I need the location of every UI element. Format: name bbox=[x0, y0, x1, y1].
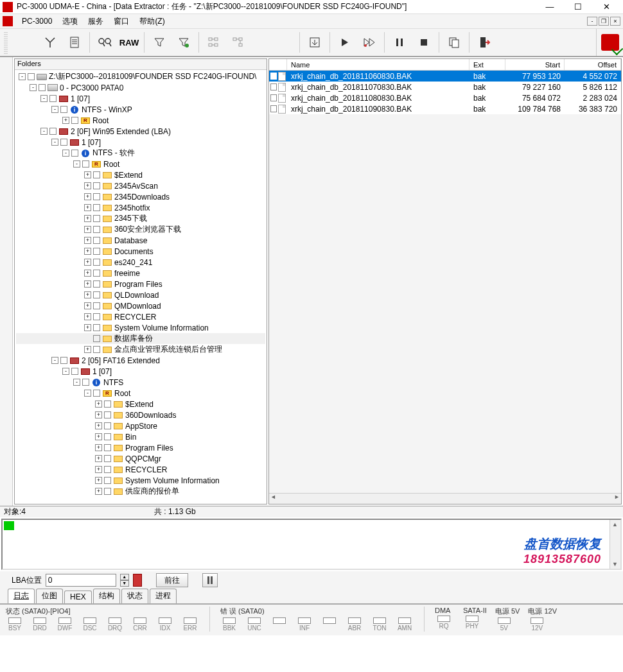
tree-expander[interactable]: - bbox=[19, 73, 26, 80]
tree-checkbox[interactable] bbox=[39, 84, 46, 91]
file-row[interactable]: xrkj_chain_db_201811070830.BAKbak79 227 … bbox=[269, 82, 621, 92]
tree-checkbox[interactable] bbox=[93, 226, 100, 233]
tab-process[interactable]: 进程 bbox=[150, 589, 177, 603]
tree-node[interactable]: +Documents bbox=[16, 246, 265, 257]
tree-node[interactable]: +2345Downloads bbox=[16, 191, 265, 202]
tree-checkbox[interactable] bbox=[28, 73, 35, 80]
tree-checkbox[interactable] bbox=[104, 444, 111, 451]
tree-expander[interactable]: + bbox=[84, 346, 91, 353]
tree-checkbox[interactable] bbox=[49, 95, 57, 102]
col-checkbox[interactable] bbox=[269, 59, 287, 70]
col-name[interactable]: Name bbox=[287, 59, 469, 70]
tree-node[interactable]: -1 [07] bbox=[16, 93, 265, 104]
tree-node[interactable]: +Database bbox=[16, 235, 265, 246]
mdi-close[interactable]: × bbox=[610, 17, 620, 26]
menu-service[interactable]: 服务 bbox=[83, 15, 109, 28]
tree-expander[interactable]: + bbox=[84, 193, 91, 200]
mdi-minimize[interactable]: - bbox=[587, 17, 597, 26]
pause-button[interactable] bbox=[388, 31, 411, 54]
tree-expander[interactable]: + bbox=[84, 226, 91, 233]
menu-help[interactable]: 帮助(Z) bbox=[134, 15, 170, 28]
tree1-button[interactable] bbox=[202, 31, 225, 54]
file-checkbox[interactable] bbox=[270, 105, 277, 112]
tree-expander[interactable]: + bbox=[95, 422, 102, 429]
tree-checkbox[interactable] bbox=[93, 248, 100, 255]
tree-checkbox[interactable] bbox=[104, 401, 111, 408]
tree-expander[interactable]: + bbox=[95, 401, 102, 408]
tree-node[interactable]: -iNTFS - WinXP bbox=[16, 104, 265, 115]
filelist-body[interactable]: xrkj_chain_db_201811060830.BAKbak77 953 … bbox=[269, 71, 621, 493]
tree-checkbox[interactable] bbox=[93, 215, 100, 222]
tree-node[interactable]: -0 - PC3000 PATA0 bbox=[16, 82, 265, 93]
stop-button[interactable] bbox=[412, 31, 435, 54]
tree-checkbox[interactable] bbox=[93, 204, 100, 211]
tree-node[interactable]: +AppStore bbox=[16, 420, 265, 431]
tree-expander[interactable]: + bbox=[95, 433, 102, 440]
tree-checkbox[interactable] bbox=[104, 433, 111, 440]
tree-checkbox[interactable] bbox=[82, 160, 89, 168]
tree-checkbox[interactable] bbox=[104, 466, 111, 473]
tree-expander[interactable]: + bbox=[84, 302, 91, 309]
search-button[interactable] bbox=[93, 31, 116, 54]
tree-expander[interactable]: + bbox=[84, 237, 91, 244]
tree-checkbox[interactable] bbox=[104, 411, 111, 418]
tree-checkbox[interactable] bbox=[49, 128, 57, 135]
tree-checkbox[interactable] bbox=[60, 357, 67, 364]
tree-node[interactable]: +QQPCMgr bbox=[16, 453, 265, 464]
col-start[interactable]: Start bbox=[505, 59, 565, 70]
menu-options[interactable]: 选项 bbox=[57, 15, 83, 28]
tree-expander[interactable]: + bbox=[84, 182, 91, 189]
tree-checkbox[interactable] bbox=[93, 280, 100, 288]
doc-button[interactable] bbox=[63, 31, 86, 54]
filelist-hscroll[interactable] bbox=[269, 493, 621, 504]
mdi-restore[interactable]: ❐ bbox=[599, 17, 609, 26]
tree-node[interactable]: +360Downloads bbox=[16, 409, 265, 420]
tree-node[interactable]: +$Extend bbox=[16, 169, 265, 180]
folder-tree[interactable]: -Z:\新PC3000--20181009\FOUNDER SSD FC240G… bbox=[15, 70, 267, 504]
skip-button[interactable] bbox=[358, 31, 381, 54]
close-button[interactable]: ✕ bbox=[592, 0, 620, 14]
tree-checkbox[interactable] bbox=[93, 171, 100, 178]
tree-expander[interactable]: + bbox=[84, 313, 91, 320]
menu-pc3000[interactable]: PC-3000 bbox=[17, 15, 57, 27]
exit-button[interactable] bbox=[473, 31, 496, 54]
tree-checkbox[interactable] bbox=[60, 139, 67, 146]
copy-button[interactable] bbox=[443, 31, 466, 54]
tree-checkbox[interactable] bbox=[71, 368, 78, 375]
play-button[interactable] bbox=[333, 31, 356, 54]
tree-node[interactable]: -iNTFS - 软件 bbox=[16, 148, 265, 159]
tree-checkbox[interactable] bbox=[93, 335, 100, 342]
tree-expander[interactable]: + bbox=[84, 204, 91, 211]
tree-node[interactable]: 数据库备份 bbox=[16, 333, 265, 344]
tab-log[interactable]: 日志 bbox=[8, 589, 35, 603]
tree-node[interactable]: +QLDownload bbox=[16, 289, 265, 300]
tree-expander[interactable]: - bbox=[30, 84, 37, 91]
tree-expander[interactable]: - bbox=[40, 128, 48, 135]
tree-node[interactable]: +2345hotfix bbox=[16, 202, 265, 213]
tree-node[interactable]: +Program Files bbox=[16, 442, 265, 453]
lba-marker-icon[interactable] bbox=[133, 574, 142, 587]
tree-expander[interactable]: + bbox=[84, 270, 91, 277]
tree-node[interactable]: +Bin bbox=[16, 431, 265, 442]
tree-expander[interactable]: + bbox=[84, 215, 91, 222]
progress-scrollbar[interactable] bbox=[610, 520, 620, 569]
maximize-button[interactable]: ☐ bbox=[564, 0, 592, 14]
tree-node[interactable]: +2345AvScan bbox=[16, 180, 265, 191]
tree-expander[interactable]: - bbox=[51, 139, 58, 146]
file-checkbox[interactable] bbox=[270, 83, 277, 90]
export-button[interactable] bbox=[303, 31, 326, 54]
tree-node[interactable]: +RECYCLER bbox=[16, 464, 265, 475]
tree-checkbox[interactable] bbox=[104, 477, 111, 484]
tree-checkbox[interactable] bbox=[71, 150, 78, 157]
tree-expander[interactable]: + bbox=[84, 248, 91, 255]
toolbar-right-icon[interactable] bbox=[596, 29, 623, 56]
tree-expander[interactable]: - bbox=[84, 390, 91, 397]
tree-node[interactable]: -2 [0F] Win95 Extended (LBA) bbox=[16, 126, 265, 137]
tree-checkbox[interactable] bbox=[93, 270, 100, 277]
tree-checkbox[interactable] bbox=[93, 182, 100, 189]
tree-expander[interactable]: + bbox=[84, 291, 91, 298]
tree-node[interactable]: +QMDownload bbox=[16, 300, 265, 311]
tree-expander[interactable]: + bbox=[84, 259, 91, 266]
tree-expander[interactable]: + bbox=[84, 171, 91, 178]
tree-node[interactable]: +360安全浏览器下载 bbox=[16, 224, 265, 235]
